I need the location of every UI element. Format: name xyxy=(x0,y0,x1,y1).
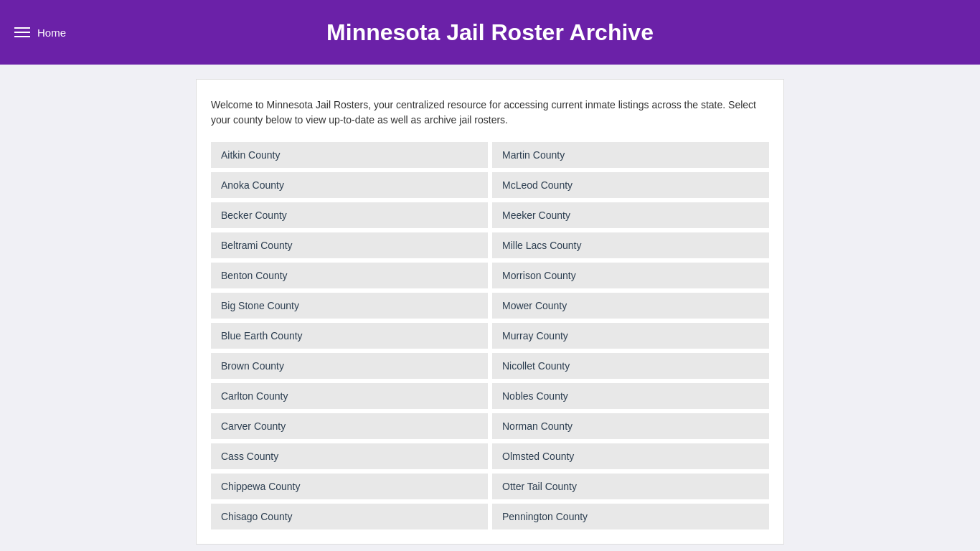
county-item[interactable]: Morrison County xyxy=(492,263,769,288)
county-item[interactable]: Nicollet County xyxy=(492,353,769,379)
county-item[interactable]: Norman County xyxy=(492,413,769,439)
county-item[interactable]: Pennington County xyxy=(492,504,769,529)
county-item[interactable]: Big Stone County xyxy=(211,293,488,319)
county-item[interactable]: Becker County xyxy=(211,202,488,228)
intro-text: Welcome to Minnesota Jail Rosters, your … xyxy=(211,98,769,128)
page-title: Minnesota Jail Roster Archive xyxy=(326,19,654,46)
page-title-container: Minnesota Jail Roster Archive xyxy=(326,19,654,46)
county-item[interactable]: Anoka County xyxy=(211,172,488,198)
content-wrapper: Welcome to Minnesota Jail Rosters, your … xyxy=(196,79,784,545)
county-item[interactable]: Aitkin County xyxy=(211,142,488,168)
nav-toggle[interactable] xyxy=(14,27,30,37)
county-item[interactable]: Chisago County xyxy=(211,504,488,529)
county-item[interactable]: McLeod County xyxy=(492,172,769,198)
county-item[interactable]: Carver County xyxy=(211,413,488,439)
county-item[interactable]: Meeker County xyxy=(492,202,769,228)
main-content: Welcome to Minnesota Jail Rosters, your … xyxy=(0,65,980,551)
county-item[interactable]: Otter Tail County xyxy=(492,474,769,499)
county-item[interactable]: Carlton County xyxy=(211,383,488,409)
county-item[interactable]: Brown County xyxy=(211,353,488,379)
county-item[interactable]: Martin County xyxy=(492,142,769,168)
county-item[interactable]: Chippewa County xyxy=(211,474,488,499)
county-grid: Aitkin CountyMartin CountyAnoka CountyMc… xyxy=(211,142,769,529)
county-item[interactable]: Cass County xyxy=(211,443,488,469)
county-item[interactable]: Mower County xyxy=(492,293,769,319)
county-item[interactable]: Olmsted County xyxy=(492,443,769,469)
county-item[interactable]: Mille Lacs County xyxy=(492,232,769,258)
site-header: Home Minnesota Jail Roster Archive xyxy=(0,0,980,65)
home-link[interactable]: Home xyxy=(37,27,66,39)
county-item[interactable]: Beltrami County xyxy=(211,232,488,258)
county-item[interactable]: Benton County xyxy=(211,263,488,288)
county-item[interactable]: Nobles County xyxy=(492,383,769,409)
county-item[interactable]: Murray County xyxy=(492,323,769,349)
county-item[interactable]: Blue Earth County xyxy=(211,323,488,349)
